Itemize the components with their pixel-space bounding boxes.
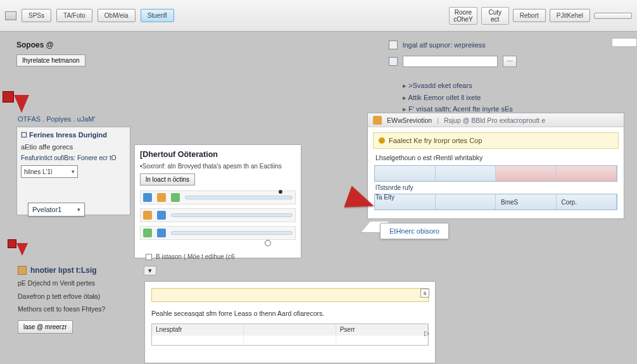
grid-cell[interactable] (496, 166, 557, 181)
step-marker-2 (8, 239, 16, 248)
right-panel-title: EWwSreviotion (387, 116, 432, 124)
mid-button[interactable]: ln loact n öctins (140, 173, 195, 185)
th-1[interactable]: Lnesptafr (152, 324, 244, 335)
td[interactable] (244, 335, 336, 345)
callout-label: EtHnerc obisoro (380, 223, 449, 239)
right-panel-notice: Faalect Ke fry lrorpr ortes Cop (373, 132, 619, 149)
mid-bar (185, 196, 293, 199)
panel2-line-1: pE Drjechd m Venlt pertes (18, 279, 143, 288)
panel1-combo[interactable]: hilnes L'1l ▾ (21, 165, 78, 178)
bottom-table: Lnesptafr Pserr (151, 323, 429, 346)
block-icon (157, 193, 166, 202)
tab-close-button[interactable]: ▾ (144, 266, 156, 275)
bottom-desc: Peahle seceasqat sfm forre Leass o thenn… (151, 310, 429, 317)
right-panel-sub: Lhselgethoun o est rRentil whritabky (375, 154, 616, 161)
mid-row-2[interactable] (140, 208, 296, 222)
right-list-item[interactable]: Attik Eemor oifet ll ixete (403, 92, 513, 104)
toolbar-rbtn-3[interactable] (594, 13, 632, 19)
dot-icon (279, 190, 282, 194)
panel1-float-combo[interactable]: Pvelator1 ▾ (28, 203, 85, 217)
breadcrumb[interactable]: OTFAS . Popiyes . uJaM' (18, 115, 96, 123)
toolbar-btn-4[interactable]: Stuenfl (141, 9, 174, 22)
chevron-down-icon: ▾ (72, 168, 75, 175)
block-icon (157, 229, 166, 237)
checkbox-icon[interactable] (146, 254, 152, 260)
right-panel-notice-text: Faalect Ke fry lrorpr ortes Cop (389, 137, 482, 144)
arrow-down-icon-2 (16, 243, 28, 256)
left-panel-2: hnotier lıpst t:Lsig pE Drjechd m Venlt … (18, 266, 143, 334)
mid-footer: B istason ( Möe t edihue (c6 (146, 253, 235, 260)
toolbar-group-2-l2: ect (491, 16, 499, 23)
warning-icon (379, 137, 385, 144)
step-marker-1 (3, 91, 14, 103)
toolbar-group-2-l1: Cuty (488, 9, 501, 16)
toolbar-rbtn-1[interactable]: Rebort (513, 9, 546, 22)
grid-cell[interactable] (436, 166, 496, 181)
mid-row-1[interactable] (140, 191, 296, 204)
mid-bar (171, 213, 293, 217)
toolbar-btn-1[interactable]: SPSs (22, 9, 51, 22)
toolbar-btn-2[interactable]: TA/Foto (56, 9, 92, 22)
right-search-input[interactable] (403, 56, 498, 67)
panel2-icon (18, 266, 27, 275)
grid-row-label-a: lTstsnrde rufy (375, 184, 624, 191)
panel1-title: ☐ Ferines Inress Durigind (21, 131, 126, 139)
right-search-icon[interactable] (389, 57, 398, 66)
chevron-down-icon: ▾ (77, 206, 80, 213)
bottom-side-toggle[interactable]: s (420, 289, 429, 298)
bottom-field[interactable] (151, 288, 429, 302)
right-search-go[interactable]: ⋯ (503, 56, 517, 67)
toolbar-group-1-l1: Roore (455, 9, 472, 16)
toolbar-group-2[interactable]: Cuty ect (481, 7, 509, 25)
mid-footer-text: B istason ( Möe t edihue (c6 (156, 253, 235, 260)
bottom-panel: Peahle seceasqat sfm forre Leass o thenn… (144, 281, 436, 363)
panel1-title-text: Ferines Inress Durigind (29, 131, 107, 139)
app-icon (5, 11, 16, 20)
panel2-line-2: Daxefron p tett erfove ötała) (18, 292, 143, 301)
block-icon (143, 211, 152, 220)
right-grid (374, 165, 617, 182)
right-panel-extra: Rsjup @ BBld Pro exitacroproutt e (444, 116, 545, 124)
right-hdr-text: lngal atf supnor: wrpreiiess (403, 41, 486, 49)
panel2-button[interactable]: lase @ mreerzr (18, 320, 73, 334)
block-icon (157, 211, 166, 220)
bottom-side-arrow[interactable]: ▷ (424, 329, 429, 337)
mid-row-3[interactable] (140, 226, 296, 240)
float-combo-value: Pvelator1 (32, 206, 61, 213)
block-icon (171, 193, 180, 202)
toolbar-group-1-l2: cOheY (453, 16, 473, 23)
panel1-sub: aEtio affe gorecs (21, 143, 126, 151)
radio-icon[interactable] (265, 240, 271, 246)
right-panel-toolbar: EWwSreviotion | Rsjup @ BBld Pro exitacr… (368, 113, 624, 127)
grid-cell[interactable] (557, 166, 617, 181)
top-toolbar: SPSs TA/Foto ObM/eia Stuenfl Roore cOheY… (0, 0, 637, 32)
right-scroll-stub (612, 38, 637, 47)
th-3[interactable]: Pserr (336, 324, 428, 335)
right-hdr-icon[interactable] (389, 41, 398, 49)
panel1-combo-value: hilnes L'1l (24, 168, 52, 175)
grid-row-label-b: Ta Elty (375, 194, 624, 201)
left-panel-1: ☐ Ferines Inress Durigind aEtio affe gor… (16, 127, 130, 215)
panel2-title: hnotier lıpst t:Lsig (30, 266, 97, 275)
td[interactable] (152, 335, 244, 345)
grid-cell[interactable] (375, 166, 436, 181)
mid-panel: [Dhertouf Oöteration •Soxronf: aln Brovy… (134, 144, 301, 258)
sources-sub-button[interactable]: Ihyrelatce hetmanon (16, 54, 85, 66)
panel2-line-3: Methors cett to foesn Fhtyes? (18, 304, 143, 314)
block-icon (143, 193, 152, 202)
toolbar-group-1[interactable]: Roore cOheY (449, 7, 477, 25)
right-list-item[interactable]: >Svasdd eket ofears (403, 80, 513, 92)
panel1-line2: Feafurintict oufiBrs: Fonere ecr tO (21, 154, 126, 161)
mid-title: [Dhertouf Oöteration (140, 150, 296, 159)
right-list: >Svasdd eket ofears Attik Eemor oifet ll… (403, 80, 513, 115)
right-panel: EWwSreviotion | Rsjup @ BBld Pro exitacr… (367, 113, 624, 219)
toolbar-rbtn-2[interactable]: PJitKehel (550, 9, 590, 22)
panel-icon (373, 116, 382, 125)
arrow-down-icon-1 (14, 95, 29, 113)
toolbar-btn-3[interactable]: ObM/eia (98, 9, 136, 22)
th-2[interactable] (244, 324, 336, 335)
mid-bar (171, 231, 293, 235)
block-icon (143, 229, 152, 237)
sources-label: Sopoes @ (16, 41, 53, 49)
td[interactable] (336, 335, 428, 345)
